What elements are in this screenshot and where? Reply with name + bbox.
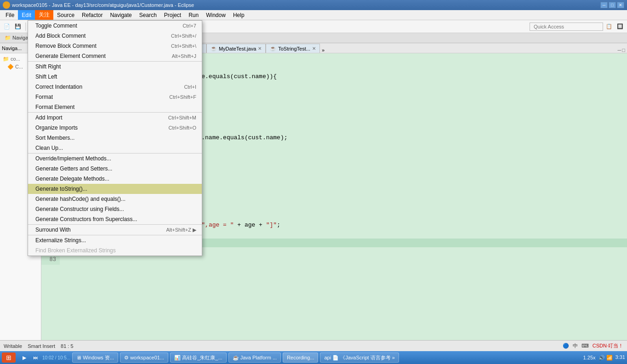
menu-sort-members[interactable]: Sort Members... — [28, 133, 202, 143]
menu-generate-tostring[interactable]: Generate toString()... — [28, 184, 202, 194]
source-menu[interactable]: Toggle Comment Ctrl+7 Add Block Comment … — [28, 20, 202, 256]
close-button[interactable]: ✕ — [617, 2, 624, 8]
tab-minimize-btn[interactable]: ─ — [618, 47, 621, 53]
taskbar-java-btn[interactable]: ☕ Java Platform ... — [228, 353, 281, 363]
menu-run[interactable]: Run — [185, 10, 202, 20]
tab-label: MyDateTest.java — [219, 46, 256, 51]
maximize-button[interactable]: □ — [609, 2, 616, 8]
menu-refactor[interactable]: Refactor — [78, 10, 106, 20]
menu-window[interactable]: Window — [202, 10, 229, 20]
menu-project[interactable]: Project — [160, 10, 185, 20]
menu-edit[interactable]: Edit — [18, 10, 35, 20]
menu-correct-indentation[interactable]: Correct Indentation Ctrl+I — [28, 82, 202, 92]
taskbar-zoom: 1.25x — [583, 355, 596, 360]
new-button[interactable]: 📄 — [2, 22, 12, 32]
title-bar-controls: ─ □ ✕ — [600, 2, 624, 8]
menu-item-label: Find Broken Externalized Strings — [35, 247, 187, 254]
taskbar-ppt-btn[interactable]: 📊 高硅谷_朱红康_... — [170, 353, 226, 363]
tab-more-button[interactable]: » — [320, 47, 326, 53]
clock-time: 3:31 — [616, 354, 625, 360]
title-bar: workspace0105 - Java EE - day13/src/com/… — [0, 0, 627, 10]
toolbar-separator-1 — [25, 23, 26, 31]
menu-item-label: Sort Members... — [35, 135, 187, 141]
taskbar-workspace-btn[interactable]: ⚙ workspace01... — [120, 353, 168, 363]
menu-item-shortcut: Ctrl+Shift+\ — [171, 43, 196, 49]
position-label: 81 : 5 — [61, 343, 74, 349]
menu-section-generate: Override/Implement Methods... Generate G… — [28, 154, 202, 225]
tab-tostring-test[interactable]: ☕ ToStringTest... ✕ — [266, 44, 320, 53]
tab-close[interactable]: ✕ — [258, 46, 262, 51]
menu-item-label: Generate hashCode() and equals()... — [35, 196, 187, 202]
menu-shift-right[interactable]: Shift Right — [28, 62, 202, 72]
line-content — [60, 256, 627, 265]
menu-shift-left[interactable]: Shift Left — [28, 72, 202, 82]
taskbar-recording-btn[interactable]: Recording... — [283, 353, 318, 363]
menu-constructors-superclass[interactable]: Generate Constructors from Superclass... — [28, 214, 202, 224]
menu-add-import[interactable]: Add Import Ctrl+Shift+M — [28, 113, 202, 123]
menu-remove-block-comment[interactable]: Remove Block Comment Ctrl+Shift+\ — [28, 41, 202, 51]
menu-organize-imports[interactable]: Organize Imports Ctrl+Shift+O — [28, 123, 202, 133]
menu-hashcode-equals[interactable]: Generate hashCode() and equals()... — [28, 194, 202, 204]
menu-navigate[interactable]: Navigate — [106, 10, 135, 20]
status-position: 81 : 5 — [61, 343, 74, 349]
menu-file[interactable]: File — [2, 10, 18, 20]
recording-label: Recording... — [287, 355, 314, 360]
menu-item-label: Correct Indentation — [35, 84, 175, 90]
menu-help[interactable]: Help — [229, 10, 248, 20]
menu-item-shortcut: Alt+Shift+Z ▶ — [166, 227, 196, 233]
menu-item-label: Generate Getters and Setters... — [35, 165, 187, 172]
menu-item-shortcut: Ctrl+Shift+F — [169, 94, 196, 100]
taskbar-windows-btn[interactable]: 🖥 Windows 资... — [72, 353, 118, 363]
window-title: workspace0105 - Java EE - day13/src/com/… — [12, 2, 194, 8]
menu-item-label: Generate Constructors from Superclass... — [35, 216, 187, 222]
menu-constructor-fields[interactable]: Generate Constructor using Fields... — [28, 204, 202, 214]
menu-externalize-strings[interactable]: Externalize Strings... — [28, 235, 202, 245]
taskbar-right: 1.25x 🔊 📶 3:31 — [583, 354, 625, 360]
menu-item-label: Generate Delegate Methods... — [35, 176, 187, 182]
menu-item-label: Surround With — [35, 227, 157, 233]
quick-access-input[interactable] — [530, 23, 603, 31]
menu-generate-element-comment[interactable]: Generate Element Comment Alt+Shift+J — [28, 51, 202, 61]
taskbar: ⊞ ▶ ⏭ 10:02 / 10:5... 🖥 Windows 资... ⚙ w… — [0, 351, 627, 364]
menu-item-label: Format — [35, 94, 160, 100]
insert-mode-label: Smart Insert — [28, 343, 55, 349]
menu-item-label: Format Element — [35, 104, 187, 110]
line-number: 83 — [41, 256, 60, 265]
toolbar-icon-1[interactable]: 📋 — [604, 22, 614, 32]
menu-item-label: Organize Imports — [35, 125, 159, 131]
menu-item-shortcut: Ctrl+Shift+M — [168, 115, 196, 120]
tab-close[interactable]: ✕ — [312, 46, 316, 51]
menu-getters-setters[interactable]: Generate Getters and Setters... — [28, 164, 202, 174]
menu-item-label: Add Block Comment — [35, 33, 162, 39]
menu-search[interactable]: Search — [136, 10, 160, 20]
menu-surround-with[interactable]: Surround With Alt+Shift+Z ▶ — [28, 225, 202, 235]
save-button[interactable]: 💾 — [13, 22, 23, 32]
taskbar-media-controls: ▶ ⏭ — [19, 353, 40, 363]
menu-item-shortcut: Ctrl+Shift+/ — [171, 33, 196, 39]
tab-controls: ─ □ — [618, 47, 627, 53]
status-writable: Writable — [4, 343, 22, 349]
taskbar-clock: 3:31 — [616, 354, 625, 360]
menu-format-element[interactable]: Format Element — [28, 102, 202, 112]
menu-format[interactable]: Format Ctrl+Shift+F — [28, 92, 202, 102]
tab-maximize-btn[interactable]: □ — [622, 47, 625, 53]
menu-toggle-comment[interactable]: Toggle Comment Ctrl+7 — [28, 21, 202, 31]
menu-item-label: Generate Element Comment — [35, 53, 163, 59]
taskbar-time-text: 10:02 / 10:5... — [42, 355, 70, 360]
menu-delegate-methods[interactable]: Generate Delegate Methods... — [28, 174, 202, 184]
menu-source[interactable]: Source — [53, 10, 78, 20]
menu-item-label: Toggle Comment — [35, 23, 173, 29]
writable-label: Writable — [4, 343, 22, 349]
menu-item-label: Override/Implement Methods... — [35, 155, 187, 162]
menu-attention[interactable]: 关注 — [35, 10, 53, 20]
media-next[interactable]: ⏭ — [30, 353, 40, 363]
taskbar-api-btn[interactable]: api 📄 《JavaScript 语言参考 » — [320, 353, 399, 363]
menu-clean-up[interactable]: Clean Up... — [28, 143, 202, 153]
start-button[interactable]: ⊞ — [2, 353, 16, 363]
toolbar-icon-2[interactable]: 🔲 — [615, 22, 625, 32]
media-play[interactable]: ▶ — [19, 353, 29, 363]
tab-mydate-test[interactable]: ☕ MyDateTest.java ✕ — [206, 44, 266, 53]
menu-override-implement[interactable]: Override/Implement Methods... — [28, 154, 202, 164]
minimize-button[interactable]: ─ — [600, 2, 608, 8]
menu-add-block-comment[interactable]: Add Block Comment Ctrl+Shift+/ — [28, 31, 202, 41]
